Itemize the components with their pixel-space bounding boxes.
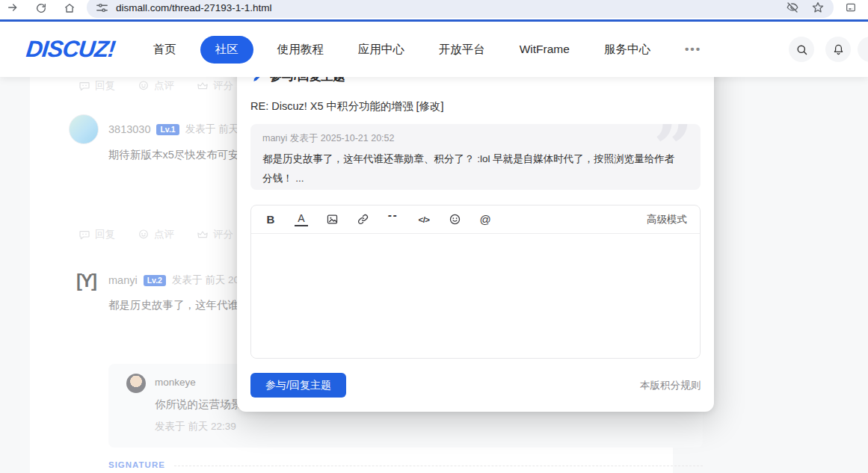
reply-modal: 参与/回复主题 RE: Discuz! X5 中积分功能的增强 [修改] man… xyxy=(237,42,714,412)
username[interactable]: 3813030 xyxy=(108,123,150,135)
emoji-icon[interactable] xyxy=(448,213,461,226)
image-icon[interactable] xyxy=(325,213,339,226)
quote-meta: manyi 发表于 2025-10-21 20:52 xyxy=(262,132,689,145)
comment-smiley-icon xyxy=(138,80,150,92)
forward-icon[interactable] xyxy=(6,1,19,14)
site-settings-icon[interactable] xyxy=(96,1,108,14)
comment-smiley-icon xyxy=(138,229,150,241)
browser-toolbar: dismall.com/thread-27193-1-1.html xyxy=(0,0,868,19)
username[interactable]: manyi xyxy=(108,274,138,286)
reply-action[interactable]: 回复 xyxy=(79,228,115,241)
quote-content: 都是历史故事了，这年代谁还靠勋章、积分了？ :lol 早就是自媒体时代了，按照浏… xyxy=(262,149,681,188)
signature-divider xyxy=(174,466,703,466)
notifications-button[interactable] xyxy=(825,37,851,62)
nav-home[interactable]: 首页 xyxy=(143,36,187,64)
crown-icon xyxy=(197,229,209,241)
signature-label: SIGNATURE xyxy=(108,460,165,469)
comment-username[interactable]: monkeye xyxy=(155,377,196,388)
search-icon xyxy=(795,43,808,56)
reply-bubble-icon xyxy=(79,229,90,241)
discuz-logo[interactable]: DISCUZ! xyxy=(25,36,117,63)
link-icon[interactable] xyxy=(356,213,369,226)
level-badge: Lv.1 xyxy=(156,124,179,135)
nav-app-center[interactable]: 应用中心 xyxy=(348,36,415,64)
nav-service-center[interactable]: 服务中心 xyxy=(594,36,661,64)
modal-footer: 参与/回复主题 本版积分规则 xyxy=(250,373,701,398)
editor-toolbar: B A “ </> @ 高级模式 xyxy=(251,205,700,234)
comment-action[interactable]: 点评 xyxy=(138,228,174,241)
user-avatar[interactable] xyxy=(858,37,868,62)
reply-subject: RE: Discuz! X5 中积分功能的增强 [修改] xyxy=(250,99,444,114)
avatar-monkeye[interactable] xyxy=(126,374,146,393)
comment-label: 点评 xyxy=(154,228,174,241)
comment-label: 点评 xyxy=(154,79,174,93)
bold-icon[interactable]: B xyxy=(264,213,277,226)
avatar-3813030[interactable] xyxy=(69,114,99,144)
nav-community[interactable]: 社区 xyxy=(200,36,253,64)
nav-more-icon[interactable]: ••• xyxy=(674,37,712,62)
blockquote-icon[interactable]: “ xyxy=(387,215,400,224)
font-color-icon[interactable]: A xyxy=(295,213,308,226)
reply-label: 回复 xyxy=(95,228,115,241)
nav-witframe[interactable]: WitFrame xyxy=(509,37,580,62)
reply-label: 回复 xyxy=(95,79,115,93)
rate-label: 评分 xyxy=(213,79,233,93)
screen: dismall.com/thread-27193-1-1.html DISCUZ… xyxy=(0,0,868,473)
search-button[interactable] xyxy=(789,37,814,62)
reload-icon[interactable] xyxy=(34,1,48,15)
nav-open-platform[interactable]: 开放平台 xyxy=(428,36,496,64)
eye-off-icon[interactable] xyxy=(786,1,799,14)
url-text[interactable]: dismall.com/thread-27193-1-1.html xyxy=(116,2,774,13)
quoted-post: manyi 发表于 2025-10-21 20:52 都是历史故事了，这年代谁还… xyxy=(250,124,701,190)
crown-icon xyxy=(197,80,209,92)
level-badge: Lv.2 xyxy=(144,275,166,286)
site-top-accent-bar xyxy=(0,19,868,22)
comment-action[interactable]: 点评 xyxy=(138,79,174,93)
address-bar[interactable]: dismall.com/thread-27193-1-1.html xyxy=(87,0,834,18)
nav-tutorial[interactable]: 使用教程 xyxy=(267,36,334,64)
media-panel-icon[interactable] xyxy=(844,1,858,14)
reply-textarea[interactable] xyxy=(251,234,700,358)
home-icon[interactable] xyxy=(63,1,76,15)
rate-label: 评分 xyxy=(213,228,233,241)
reply-bubble-icon xyxy=(79,80,90,92)
mention-icon[interactable]: @ xyxy=(478,213,492,226)
code-icon[interactable]: </> xyxy=(417,213,431,226)
rate-action[interactable]: 评分 xyxy=(197,228,233,241)
comment-meta: 发表于 前天 22:39 xyxy=(155,420,236,433)
signature-section: SIGNATURE xyxy=(108,460,703,469)
reply-action[interactable]: 回复 xyxy=(79,79,115,93)
bookmark-star-icon[interactable] xyxy=(811,1,825,14)
reply-editor: B A “ </> @ 高级模式 xyxy=(250,205,701,359)
rate-action[interactable]: 评分 xyxy=(197,79,233,93)
site-header: DISCUZ! 首页 社区 使用教程 应用中心 开放平台 WitFrame 服务… xyxy=(0,22,868,77)
advanced-mode-link[interactable]: 高级模式 xyxy=(647,213,687,226)
main-nav: 首页 社区 使用教程 应用中心 开放平台 WitFrame 服务中心 ••• xyxy=(136,36,718,64)
credit-rules-link[interactable]: 本版积分规则 xyxy=(640,379,701,392)
avatar-manyi[interactable]: [Y] xyxy=(73,268,99,294)
bell-icon xyxy=(832,43,845,56)
submit-reply-button[interactable]: 参与/回复主题 xyxy=(250,373,346,398)
